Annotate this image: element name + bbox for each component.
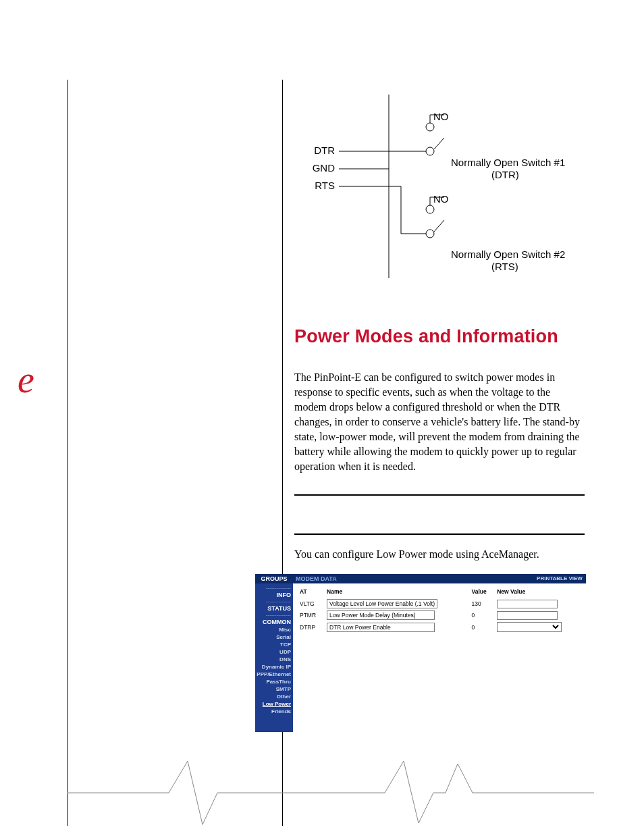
svg-point-5 [426,147,434,155]
app-main: AT Name Value New Value VLTGVoltage Leve… [293,583,586,732]
acemanager-window: GROUPS MODEM DATA PRINTABLE VIEW -------… [255,574,586,732]
new-value-input[interactable] [497,600,558,608]
cell-name-wrap: Voltage Level Low Power Enable (.1 Volt) [324,599,469,610]
cell-at: PTMR [297,610,324,622]
sidebar-divider: -------------- [255,599,293,604]
sidebar-item-serial[interactable]: Serial [255,633,293,641]
brand-glyph-e: e [18,361,34,398]
sidebar-item-low-power[interactable]: Low Power [255,700,293,708]
cell-value: 0 [469,622,495,634]
sidebar-item-tcp[interactable]: TCP [255,641,293,648]
intro-paragraph: The PinPoint-E can be configured to swit… [294,370,585,475]
sidebar-head-common[interactable]: COMMON [255,618,293,626]
sidebar-item-friends[interactable]: Friends [255,708,293,715]
cell-name-wrap: Low Power Mode Delay (Minutes) [324,610,469,622]
svg-point-13 [426,230,434,238]
app-body: -------------- INFO -------------- STATU… [255,583,586,732]
switch-diagram: DTR GND RTS NO Normally Open Switch #1 (… [294,85,585,288]
label-sw1-line1: Normally Open Switch #1 [451,157,565,168]
new-value-select[interactable] [497,622,562,632]
horizontal-rule-1 [294,494,585,496]
label-sw1-line2: (DTR) [491,169,519,180]
table-row: VLTGVoltage Level Low Power Enable (.1 V… [297,599,582,610]
cell-name: DTR Low Power Enable [327,623,435,632]
label-gnd: GND [313,162,336,174]
app-header: GROUPS MODEM DATA PRINTABLE VIEW [255,574,586,583]
modem-data-header: MODEM DATA [293,574,533,583]
table-row: DTRPDTR Low Power Enable0 [297,622,582,634]
footer-waveform [68,756,594,830]
label-no-2: NO [433,193,449,205]
cell-name-wrap: DTR Low Power Enable [324,622,469,634]
config-paragraph: You can configure Low Power mode using A… [294,547,585,562]
col-at: AT [297,586,324,599]
sidebar: -------------- INFO -------------- STATU… [255,583,293,732]
sidebar-item-udp[interactable]: UDP [255,648,293,656]
col-new-value: New Value [494,586,582,599]
col-value: Value [469,586,495,599]
cell-at: DTRP [297,622,324,634]
table-row: PTMRLow Power Mode Delay (Minutes)0 [297,610,582,622]
new-value-input[interactable] [497,611,558,620]
cell-name: Voltage Level Low Power Enable (.1 Volt) [327,599,437,608]
sidebar-divider: -------------- [255,613,293,618]
printable-view-link[interactable]: PRINTABLE VIEW [533,574,586,583]
sidebar-item-passthru[interactable]: PassThru [255,678,293,685]
svg-point-15 [426,205,434,213]
label-sw2-line1: Normally Open Switch #2 [451,249,565,260]
col-name: Name [324,586,469,599]
cell-at: VLTG [297,599,324,610]
cell-value: 0 [469,610,495,622]
svg-line-6 [434,138,444,149]
cell-value: 130 [469,599,495,610]
cell-new-value [494,622,582,634]
sidebar-item-other[interactable]: Other [255,693,293,700]
svg-line-14 [434,220,444,232]
svg-point-7 [426,123,434,131]
settings-table: AT Name Value New Value VLTGVoltage Leve… [297,586,582,634]
sidebar-item-misc[interactable]: Misc [255,626,293,633]
section-heading: Power Modes and Information [294,326,558,347]
document-page: e DTR GND RTS NO Normally Open Switch #1… [0,0,644,834]
label-rts: RTS [315,180,335,191]
cell-name: Low Power Mode Delay (Minutes) [327,610,435,620]
sidebar-divider: -------------- [255,585,293,591]
label-sw2-line2: (RTS) [491,261,518,272]
cell-new-value [494,599,582,610]
label-dtr: DTR [314,145,335,156]
horizontal-rule-2 [294,533,585,535]
sidebar-item-ppp-ethernet[interactable]: PPP/Ethernet [255,671,293,678]
sidebar-item-dns[interactable]: DNS [255,656,293,663]
label-no-1: NO [433,111,449,122]
cell-new-value [494,610,582,622]
groups-header: GROUPS [255,574,293,583]
vertical-rule-left [68,80,68,826]
sidebar-item-smtp[interactable]: SMTP [255,685,293,693]
sidebar-item-dynamic-ip[interactable]: Dynamic IP [255,663,293,671]
